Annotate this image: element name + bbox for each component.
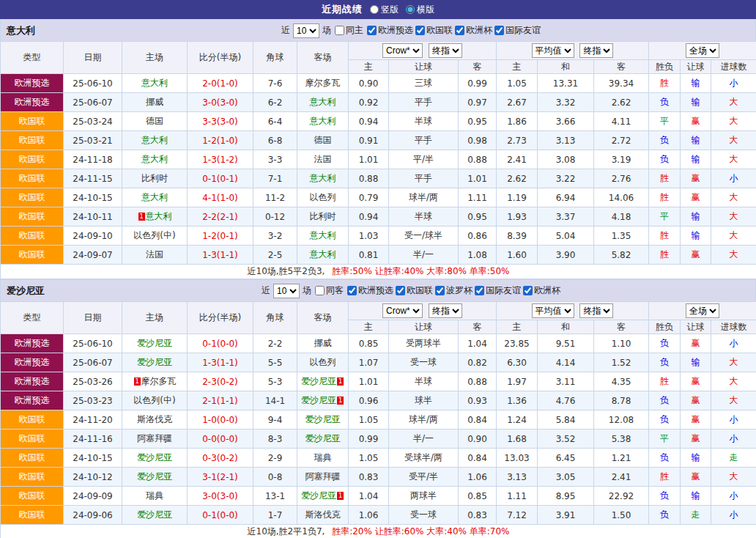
avg-home-odds: 2.62	[497, 169, 538, 188]
final-odds-select[interactable]: 终指	[429, 303, 462, 318]
league-filter[interactable]: 国际友谊	[474, 284, 521, 297]
average-select[interactable]: 平均值	[532, 43, 574, 58]
fulltime-select[interactable]: 全场	[686, 303, 719, 318]
team-name-text: 意大利	[141, 192, 168, 202]
league-checkbox[interactable]	[475, 286, 484, 295]
league-checkbox[interactable]	[494, 26, 504, 35]
home-team: 法国	[122, 246, 188, 265]
match-date: 25-06-07	[64, 353, 122, 372]
match-count-select[interactable]: 10	[273, 284, 300, 298]
horizontal-radio[interactable]	[406, 5, 415, 14]
col-type: 类型	[1, 42, 64, 74]
league-filter[interactable]: 欧国联	[395, 284, 433, 297]
subcol-avg-away: 客	[594, 60, 649, 74]
match-date: 24-10-12	[64, 468, 122, 487]
home-odds: 0.90	[349, 74, 389, 93]
league-filter[interactable]: 欧国联	[415, 24, 453, 37]
league-checkbox[interactable]	[435, 286, 445, 295]
league-checkbox[interactable]	[347, 286, 357, 295]
average-select[interactable]: 平均值	[532, 303, 574, 318]
vertical-radio[interactable]	[370, 5, 379, 14]
bookmaker-select[interactable]: Crow*	[382, 303, 423, 318]
team-section-header: 意大利 近 10 场 同主 欧洲预选欧国联欧洲杯国际友谊	[0, 19, 756, 41]
corner-count: 2-5	[253, 246, 297, 265]
result-handicap: 赢	[681, 468, 711, 487]
same-venue-label: 同主	[346, 24, 363, 37]
league-checkbox[interactable]	[455, 26, 464, 35]
league-filter[interactable]: 国际友谊	[494, 24, 541, 37]
home-team: 爱沙尼亚	[122, 334, 188, 353]
corner-count: 6-8	[253, 131, 297, 150]
league-type-cell: 欧国联	[1, 410, 64, 430]
league-checkbox[interactable]	[367, 26, 377, 35]
away-odds: 0.85	[459, 487, 497, 506]
home-team: 爱沙尼亚	[122, 468, 188, 487]
team-name-text: 以色列(中)	[133, 395, 175, 405]
final-odds-select-2[interactable]: 终指	[579, 43, 613, 58]
match-count-select[interactable]: 10	[293, 23, 319, 38]
result-handicap: 输	[681, 207, 711, 226]
away-odds: 1.11	[459, 188, 497, 207]
league-type-cell: 欧国联	[1, 150, 64, 169]
result-wdl: 胜	[649, 169, 681, 188]
team-name-text: 意大利	[310, 97, 336, 107]
league-checkbox[interactable]	[415, 26, 425, 35]
match-score: 0-1(0-0)	[188, 334, 253, 353]
corner-count: 11-2	[253, 188, 297, 207]
league-filter[interactable]: 波罗杯	[434, 284, 472, 297]
team-name-text: 比利时	[141, 173, 168, 183]
avg-away-odds: 2.72	[594, 131, 649, 150]
league-type-cell: 欧洲预选	[1, 334, 64, 353]
col-score: 比分(半场)	[188, 302, 253, 334]
result-wdl: 负	[649, 487, 681, 506]
match-score: 2-2(2-1)	[188, 207, 253, 226]
league-checkbox[interactable]	[396, 286, 405, 295]
league-filter[interactable]: 欧洲预选	[346, 284, 393, 297]
away-team: 摩尔多瓦	[297, 74, 349, 93]
corner-count: 3-3	[253, 150, 297, 169]
same-venue-checkbox[interactable]	[315, 286, 325, 295]
same-venue-checkbox[interactable]	[335, 26, 344, 35]
subcol-hcp-result: 让球	[681, 60, 711, 74]
layout-option-horizontal[interactable]: 横版	[406, 4, 434, 16]
team-name-text: 爱沙尼亚	[301, 395, 336, 405]
final-odds-select[interactable]: 终指	[429, 43, 462, 58]
home-odds: 0.91	[349, 131, 389, 150]
fulltime-select[interactable]: 全场	[686, 43, 719, 58]
avg-draw-odds: 3.52	[538, 430, 594, 449]
fulltime-select-cell: 全场	[649, 302, 756, 320]
league-filter[interactable]: 欧洲杯	[522, 284, 560, 297]
same-venue-filter[interactable]: 同主	[334, 24, 363, 37]
subcol-home-odds: 主	[349, 320, 389, 334]
bookmaker-select[interactable]: Crow*	[382, 43, 423, 58]
home-team: 爱沙尼亚	[122, 353, 188, 372]
avg-away-odds: 1.35	[594, 226, 649, 246]
match-date: 24-11-16	[64, 430, 122, 449]
avg-draw-odds: 3.22	[538, 169, 594, 188]
match-date: 25-03-21	[64, 131, 122, 150]
result-handicap: 赢	[681, 334, 711, 353]
league-filter[interactable]: 欧洲预选	[366, 24, 413, 37]
match-row: 欧国联24-09-10以色列(中)1-2(0-1)3-2意大利1.03受一/球半…	[1, 226, 756, 246]
avg-draw-odds: 5.84	[538, 410, 594, 430]
avg-away-odds: 22.92	[594, 487, 649, 506]
result-goals: 大	[711, 372, 756, 391]
avg-away-odds: 4.35	[594, 372, 649, 391]
red-card-badge: 1	[337, 397, 344, 405]
final-odds-select-2[interactable]: 终指	[579, 303, 613, 318]
result-goals: 大	[711, 112, 756, 131]
result-wdl: 胜	[649, 372, 681, 391]
layout-option-vertical[interactable]: 竖版	[370, 4, 399, 16]
league-filter[interactable]: 欧洲杯	[454, 24, 492, 37]
avg-away-odds: 5.82	[594, 246, 649, 265]
home-odds: 1.01	[349, 372, 389, 391]
avg-away-odds: 12.08	[594, 410, 649, 430]
avg-away-odds: 2.41	[594, 468, 649, 487]
same-venue-filter[interactable]: 同客	[314, 284, 344, 297]
team-name-text: 意大利	[310, 249, 336, 259]
avg-home-odds: 1.68	[497, 430, 538, 449]
match-score: 4-1(1-0)	[188, 188, 253, 207]
result-goals: 大	[711, 246, 756, 265]
league-checkbox[interactable]	[523, 286, 533, 295]
match-row: 欧国联24-11-20斯洛伐克1-0(0-0)9-4爱沙尼亚1.05球半/两0.…	[1, 410, 756, 430]
